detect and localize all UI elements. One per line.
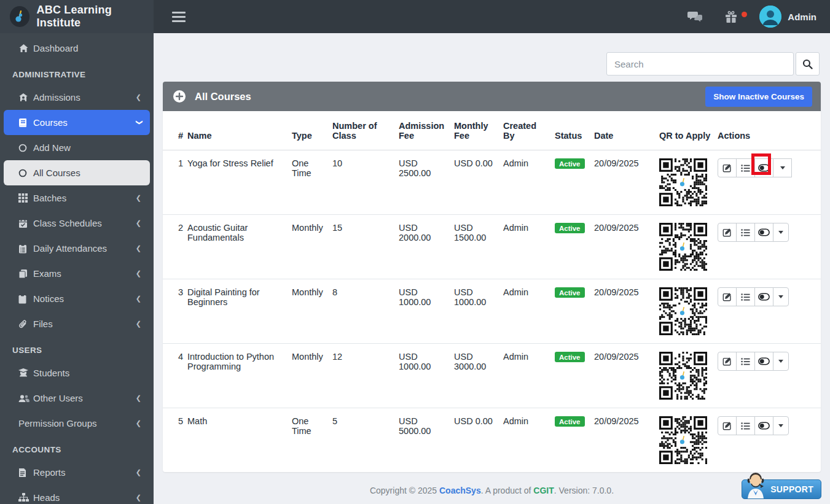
edit-course-button[interactable] bbox=[718, 416, 737, 435]
qr-cell bbox=[659, 215, 718, 279]
search-button[interactable] bbox=[796, 52, 820, 76]
monthly-fee: USD 3000.00 bbox=[454, 344, 503, 408]
report-icon bbox=[18, 468, 33, 478]
created-date: 20/09/2025 bbox=[594, 279, 659, 344]
sidebar-item-daily-attendances[interactable]: Daily Attendances❮ bbox=[4, 236, 150, 261]
add-course-icon[interactable] bbox=[173, 90, 186, 103]
course-details-button[interactable] bbox=[736, 416, 755, 435]
course-details-button[interactable] bbox=[736, 287, 755, 306]
sidebar-item-dashboard[interactable]: Dashboard bbox=[4, 36, 150, 61]
sidebar-item-label: Heads bbox=[33, 492, 136, 503]
status-badge: Active bbox=[555, 223, 585, 233]
status-cell: Active bbox=[555, 279, 594, 344]
admission-fee: USD 1000.00 bbox=[399, 344, 454, 408]
created-by: Admin bbox=[503, 279, 555, 344]
sidebar-item-courses[interactable]: Courses❮ bbox=[4, 110, 150, 135]
sidebar-item-exams[interactable]: Exams❮ bbox=[4, 261, 150, 286]
sidebar-item-admissions[interactable]: Admissions❮ bbox=[4, 85, 150, 110]
toggle-visibility-button[interactable] bbox=[754, 158, 773, 177]
chevron-left-icon: ❮ bbox=[136, 93, 141, 101]
sidebar-item-label: Daily Attendances bbox=[33, 243, 136, 254]
actions-cell bbox=[718, 279, 821, 344]
sidebar-item-other-users[interactable]: Other Users❮ bbox=[4, 386, 150, 411]
number-of-class: 15 bbox=[332, 215, 399, 279]
sidebar-toggle-hamburger-icon[interactable] bbox=[172, 9, 186, 25]
home-icon bbox=[18, 44, 33, 53]
course-details-button[interactable] bbox=[736, 158, 755, 177]
created-by: Admin bbox=[503, 150, 555, 215]
more-actions-dropdown[interactable] bbox=[773, 352, 789, 371]
sidebar-item-label: Files bbox=[33, 319, 136, 329]
qr-code bbox=[659, 352, 707, 400]
sidebar-item-permission-groups[interactable]: Permission Groups❮ bbox=[4, 411, 150, 436]
support-agent-icon bbox=[743, 471, 769, 498]
sidebar-item-all-courses[interactable]: All Courses bbox=[4, 160, 150, 185]
support-widget[interactable]: SUPPORT bbox=[742, 479, 821, 499]
created-by: Admin bbox=[503, 408, 555, 473]
cgit-link[interactable]: CGIT bbox=[533, 486, 554, 495]
gift-icon[interactable] bbox=[724, 9, 738, 24]
toggle-visibility-button[interactable] bbox=[754, 416, 773, 435]
course-details-button[interactable] bbox=[736, 352, 755, 371]
clipboard-list-icon bbox=[18, 244, 33, 254]
toggle-visibility-button[interactable] bbox=[754, 287, 773, 306]
column-header: Type bbox=[292, 111, 332, 150]
sitemap-icon bbox=[18, 493, 33, 502]
course-name: Math bbox=[187, 408, 292, 473]
sidebar-item-files[interactable]: Files❮ bbox=[4, 311, 150, 336]
edit-course-button[interactable] bbox=[718, 158, 737, 177]
toggle-visibility-button[interactable] bbox=[754, 223, 773, 242]
show-inactive-courses-button[interactable]: Show Inactive Courses bbox=[705, 87, 812, 107]
more-actions-dropdown[interactable] bbox=[773, 287, 789, 306]
sidebar-item-class-schedules[interactable]: Class Schedules❮ bbox=[4, 211, 150, 236]
admissions-icon bbox=[18, 93, 33, 103]
footer-text-middle: . A product of bbox=[481, 486, 534, 495]
qr-cell bbox=[659, 279, 718, 344]
sidebar-item-reports[interactable]: Reports❮ bbox=[4, 460, 150, 485]
chevron-left-icon: ❮ bbox=[136, 219, 141, 227]
caret-down-icon bbox=[778, 424, 783, 427]
coachsys-link[interactable]: CoachSys bbox=[439, 486, 481, 495]
student-icon bbox=[18, 368, 33, 378]
sidebar-item-batches[interactable]: Batches❮ bbox=[4, 185, 150, 211]
edit-course-button[interactable] bbox=[718, 352, 737, 371]
chevron-left-icon: ❮ bbox=[136, 468, 141, 476]
sidebar-section-label: ACCOUNTS bbox=[0, 436, 154, 460]
sidebar-item-students[interactable]: Students bbox=[4, 360, 150, 386]
row-number: 4 bbox=[163, 344, 187, 408]
sidebar-item-heads[interactable]: Heads❮ bbox=[4, 485, 150, 504]
column-header: Number of Class bbox=[332, 111, 399, 150]
status-cell: Active bbox=[555, 215, 594, 279]
notification-dot bbox=[742, 12, 747, 17]
course-name: Acoustic Guitar Fundamentals bbox=[187, 215, 292, 279]
brand[interactable]: ABC Learning Institute bbox=[0, 0, 154, 33]
footer: Copyright © 2025 CoachSys. A product of … bbox=[154, 486, 830, 495]
chevron-left-icon: ❮ bbox=[136, 320, 141, 328]
search-icon bbox=[802, 59, 813, 69]
sidebar: DashboardADMINISTRATIVEAdmissions❮Course… bbox=[0, 33, 154, 504]
row-number: 2 bbox=[163, 215, 187, 279]
messages-icon[interactable] bbox=[687, 10, 703, 23]
user-menu[interactable]: Admin bbox=[759, 6, 816, 28]
search-input[interactable] bbox=[606, 52, 794, 76]
edit-course-button[interactable] bbox=[718, 287, 737, 306]
column-header: Status bbox=[555, 111, 594, 150]
course-name: Digital Painting for Beginners bbox=[187, 279, 292, 344]
table-header-row: #NameTypeNumber of ClassAdmission FeeMon… bbox=[163, 111, 821, 150]
avatar bbox=[759, 6, 781, 28]
row-number: 3 bbox=[163, 279, 187, 344]
sidebar-item-add-new[interactable]: Add New bbox=[4, 135, 150, 160]
admission-fee: USD 5000.00 bbox=[399, 408, 454, 473]
toggle-visibility-button[interactable] bbox=[754, 352, 773, 371]
chevron-left-icon: ❮ bbox=[136, 295, 141, 303]
sidebar-item-notices[interactable]: Notices❮ bbox=[4, 286, 150, 311]
more-actions-dropdown[interactable] bbox=[773, 223, 789, 242]
created-by: Admin bbox=[503, 215, 555, 279]
chevron-left-icon: ❮ bbox=[136, 269, 141, 277]
course-details-button[interactable] bbox=[736, 223, 755, 242]
edit-course-button[interactable] bbox=[718, 223, 737, 242]
column-header: Monthly Fee bbox=[454, 111, 503, 150]
status-badge: Active bbox=[555, 287, 585, 298]
more-actions-dropdown[interactable] bbox=[773, 158, 792, 177]
more-actions-dropdown[interactable] bbox=[773, 416, 789, 435]
